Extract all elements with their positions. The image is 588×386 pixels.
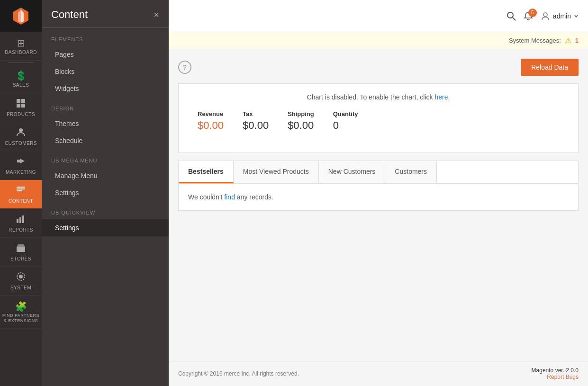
- top-bar: 5 admin: [169, 0, 588, 32]
- footer-version: Magento ver. 2.0.0: [532, 367, 579, 374]
- flyout-item-themes[interactable]: Themes: [42, 115, 169, 132]
- search-icon: [507, 11, 516, 21]
- no-records-find-link[interactable]: find: [224, 193, 235, 201]
- marketing-icon: [16, 156, 26, 169]
- nav-item-customers[interactable]: CUSTOMERS: [0, 122, 42, 151]
- tab-new-customers[interactable]: New Customers: [319, 161, 386, 183]
- content-icon: [16, 185, 26, 197]
- system-messages-count: 1: [575, 37, 579, 44]
- notification-badge: 5: [528, 9, 537, 17]
- flyout-item-qv-settings[interactable]: Settings: [42, 219, 169, 236]
- svg-point-19: [543, 13, 547, 17]
- magento-logo-icon: [11, 7, 30, 26]
- page-content: ? Reload Data Chart is disabled. To enab…: [169, 49, 588, 361]
- nav-item-reports[interactable]: REPORTS: [0, 209, 42, 238]
- nav-item-products[interactable]: PRODUCTS: [0, 93, 42, 122]
- flyout-section-elements: Elements: [42, 28, 169, 46]
- main-area: 5 admin System Messages: ⚠ 1 ? Reload Da…: [169, 0, 588, 386]
- help-button[interactable]: ?: [178, 61, 191, 74]
- flyout-item-schedule[interactable]: Schedule: [42, 132, 169, 149]
- page-footer: Copyright © 2016 merce Inc. All rights r…: [169, 361, 588, 386]
- stat-quantity-value: 0: [333, 119, 358, 132]
- no-records-text-before: We couldn't: [188, 193, 222, 201]
- stat-revenue: Revenue $0.00: [198, 110, 224, 132]
- footer-copyright: Copyright © 2016 merce Inc. All rights r…: [178, 370, 299, 377]
- nav-label-sales: SALES: [13, 82, 29, 88]
- svg-rect-11: [17, 219, 18, 223]
- system-messages-content: System Messages: ⚠ 1: [509, 36, 579, 45]
- flyout-item-blocks[interactable]: Blocks: [42, 63, 169, 80]
- stores-icon: [16, 242, 26, 255]
- flyout-section-ubmegamenu: UB Mega Menu: [42, 149, 169, 167]
- nav-label-marketing: MARKETING: [6, 170, 36, 175]
- nav-label-customers: CUSTOMERS: [5, 141, 37, 146]
- chart-disabled-text: Chart is disabled. To enable the chart, …: [307, 93, 433, 101]
- dashboard-header: ? Reload Data: [178, 59, 579, 76]
- chart-enable-link[interactable]: here: [434, 93, 448, 101]
- nav-item-sales[interactable]: 💲 SALES: [0, 65, 42, 93]
- nav-divider: [9, 63, 34, 63]
- nav-item-content[interactable]: CONTENT: [0, 180, 42, 209]
- sales-icon: 💲: [15, 70, 27, 81]
- flyout-header: Content ×: [42, 0, 169, 28]
- tab-most-viewed[interactable]: Most Viewed Products: [234, 161, 319, 183]
- stat-tax-value: $0.00: [243, 119, 269, 132]
- svg-rect-5: [17, 104, 20, 108]
- stat-quantity: Quantity 0: [333, 110, 358, 132]
- warning-icon: ⚠: [565, 36, 571, 45]
- stat-revenue-label: Revenue: [198, 110, 224, 117]
- svg-rect-12: [19, 217, 21, 223]
- flyout-item-pages[interactable]: Pages: [42, 46, 169, 63]
- svg-rect-6: [21, 104, 25, 108]
- admin-menu-button[interactable]: admin: [541, 11, 579, 21]
- svg-rect-10: [17, 190, 22, 191]
- stat-quantity-label: Quantity: [333, 110, 358, 117]
- svg-rect-9: [17, 189, 25, 189]
- svg-rect-4: [21, 99, 25, 103]
- system-messages-label: System Messages:: [509, 37, 561, 44]
- nav-item-stores[interactable]: STORES: [0, 238, 42, 267]
- tab-content: We couldn't find any records.: [179, 184, 578, 210]
- svg-rect-3: [17, 99, 20, 103]
- products-icon: [16, 98, 26, 111]
- flyout-title: Content: [51, 9, 88, 21]
- stat-revenue-value: $0.00: [198, 119, 224, 132]
- chart-panel: Chart is disabled. To enable the chart, …: [178, 83, 579, 153]
- flyout-item-ub-settings[interactable]: Settings: [42, 184, 169, 201]
- nav-label-products: PRODUCTS: [7, 112, 35, 117]
- tabs-header: Bestsellers Most Viewed Products New Cus…: [179, 161, 578, 184]
- tabs-panel: Bestsellers Most Viewed Products New Cus…: [178, 161, 579, 211]
- nav-label-stores: STORES: [10, 256, 31, 261]
- svg-line-18: [513, 18, 516, 20]
- customers-icon: [16, 127, 26, 140]
- partners-icon: 🧩: [15, 301, 27, 312]
- top-bar-actions: 5 admin: [507, 11, 579, 21]
- flyout-item-manage-menu[interactable]: Manage Menu: [42, 167, 169, 184]
- stats-row: Revenue $0.00 Tax $0.00 Shipping $0.00 Q…: [188, 110, 569, 132]
- nav-label-system: SYSTEM: [10, 285, 31, 290]
- search-button[interactable]: [507, 11, 516, 21]
- flyout-item-widgets[interactable]: Widgets: [42, 80, 169, 97]
- stat-tax-label: Tax: [243, 110, 269, 117]
- flyout-menu: Content × Elements Pages Blocks Widgets …: [42, 0, 169, 386]
- svg-point-15: [19, 275, 23, 278]
- reload-data-button[interactable]: Reload Data: [521, 59, 579, 76]
- svg-point-7: [19, 128, 23, 132]
- report-bugs-link[interactable]: Report Bugs: [547, 374, 579, 380]
- no-records-text-after: any records.: [235, 193, 273, 201]
- flyout-close-button[interactable]: ×: [154, 9, 159, 20]
- tab-bestsellers[interactable]: Bestsellers: [179, 161, 234, 183]
- nav-item-marketing[interactable]: MARKETING: [0, 151, 42, 180]
- nav-item-partners[interactable]: 🧩 FIND PARTNERS & EXTENSIONS: [0, 296, 42, 329]
- footer-right: Magento ver. 2.0.0 Report Bugs: [532, 367, 579, 380]
- stat-shipping: Shipping $0.00: [288, 110, 314, 132]
- svg-rect-14: [17, 247, 25, 252]
- notifications-button[interactable]: 5: [524, 11, 533, 21]
- admin-label: admin: [553, 12, 571, 20]
- tab-customers[interactable]: Customers: [385, 161, 437, 183]
- nav-item-dashboard[interactable]: ⊞ DASHBOARD: [0, 32, 42, 61]
- nav-label-content: CONTENT: [9, 198, 33, 204]
- nav-item-system[interactable]: SYSTEM: [0, 267, 42, 296]
- svg-rect-8: [17, 187, 25, 188]
- stat-shipping-label: Shipping: [288, 110, 314, 117]
